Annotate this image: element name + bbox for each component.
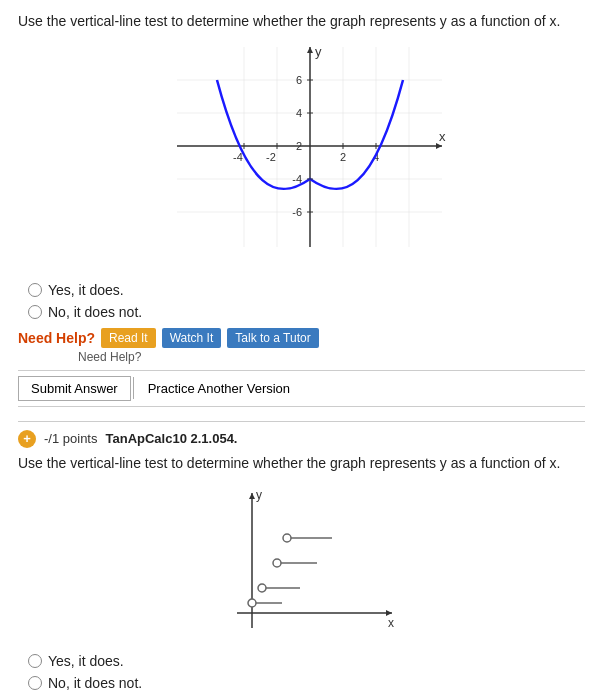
points-text: -/1 points (44, 431, 97, 446)
points-badge: + (18, 430, 36, 448)
action-row: Submit Answer Practice Another Version (18, 370, 585, 407)
option1-row1[interactable]: Yes, it does. (28, 282, 585, 298)
talk-tutor-button[interactable]: Talk to a Tutor (227, 328, 318, 348)
option2-row1[interactable]: Yes, it does. (28, 653, 585, 669)
graph2-svg: y x (192, 483, 412, 643)
graph1-ytick-6: 6 (295, 74, 301, 86)
graph2-container: y x (18, 483, 585, 643)
problem2-id: TanApCalc10 2.1.054. (105, 431, 237, 446)
graph2-ylabel: y (256, 488, 262, 502)
options1-container: Yes, it does. No, it does not. (28, 282, 585, 320)
need-help-row: Need Help? Read It Watch It Talk to a Tu… (18, 328, 585, 348)
graph1-ytick-4: 4 (295, 107, 301, 119)
radio1-yes[interactable] (28, 283, 42, 297)
option2-no-label: No, it does not. (48, 675, 142, 691)
graph2-xlabel: x (388, 616, 394, 630)
graph2-open4 (248, 599, 256, 607)
submit-button[interactable]: Submit Answer (18, 376, 131, 401)
graph1-xtick-m2: -2 (266, 151, 276, 163)
need-help-sub: Need Help? (78, 350, 585, 364)
radio1-no[interactable] (28, 305, 42, 319)
option1-row2[interactable]: No, it does not. (28, 304, 585, 320)
graph1-ytick-2: 2 (295, 140, 301, 152)
option1-no-label: No, it does not. (48, 304, 142, 320)
options2-container: Yes, it does. No, it does not. (28, 653, 585, 691)
option1-yes-label: Yes, it does. (48, 282, 124, 298)
graph2-open2 (273, 559, 281, 567)
graph1-ytick-m6: -6 (292, 206, 302, 218)
graph1-svg: x y -4 -2 2 4 6 4 2 -4 -6 (147, 42, 457, 272)
question2-text: Use the vertical-line test to determine … (18, 454, 585, 474)
graph1-xlabel: x (439, 129, 446, 144)
graph1-ylabel: y (315, 44, 322, 59)
read-it-button[interactable]: Read It (101, 328, 156, 348)
option2-yes-label: Yes, it does. (48, 653, 124, 669)
graph2-yarrow (249, 493, 255, 499)
need-help-label: Need Help? (18, 330, 95, 346)
graph1-xtick-m4: -4 (233, 151, 243, 163)
graph2-open3 (258, 584, 266, 592)
question1-text: Use the vertical-line test to determine … (18, 12, 585, 32)
section-divider (18, 421, 585, 422)
radio2-yes[interactable] (28, 654, 42, 668)
page-container: Use the vertical-line test to determine … (0, 0, 603, 700)
watch-it-button[interactable]: Watch It (162, 328, 222, 348)
practice-button[interactable]: Practice Another Version (136, 377, 302, 400)
problem2-header: + -/1 points TanApCalc10 2.1.054. (18, 430, 585, 448)
action-divider (133, 377, 134, 399)
graph2-open1 (283, 534, 291, 542)
graph1-ytick-m4: -4 (292, 173, 302, 185)
option2-row2[interactable]: No, it does not. (28, 675, 585, 691)
graph1-xtick-2: 2 (339, 151, 345, 163)
radio2-no[interactable] (28, 676, 42, 690)
graph1-container: x y -4 -2 2 4 6 4 2 -4 -6 (18, 42, 585, 272)
